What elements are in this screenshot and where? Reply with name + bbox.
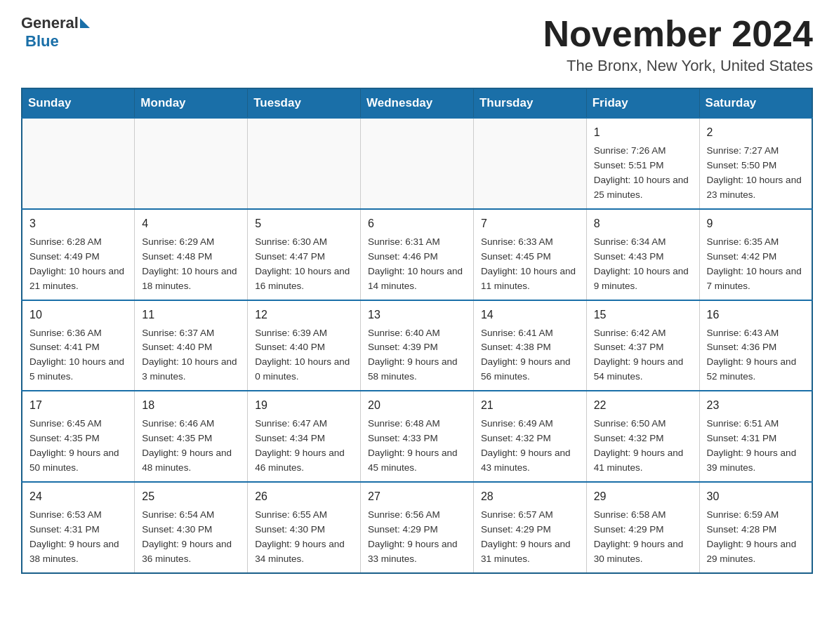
day-number: 30 xyxy=(707,488,805,505)
calendar-cell: 1Sunrise: 7:26 AM Sunset: 5:51 PM Daylig… xyxy=(586,118,699,209)
day-info: Sunrise: 6:29 AM Sunset: 4:48 PM Dayligh… xyxy=(142,235,240,294)
day-number: 1 xyxy=(594,124,692,141)
calendar-cell: 27Sunrise: 6:56 AM Sunset: 4:29 PM Dayli… xyxy=(361,482,474,573)
calendar-cell: 20Sunrise: 6:48 AM Sunset: 4:33 PM Dayli… xyxy=(361,391,474,482)
calendar-cell: 19Sunrise: 6:47 AM Sunset: 4:34 PM Dayli… xyxy=(248,391,361,482)
calendar-day-header: Thursday xyxy=(473,88,586,118)
day-info: Sunrise: 6:48 AM Sunset: 4:33 PM Dayligh… xyxy=(368,417,466,476)
calendar-cell: 12Sunrise: 6:39 AM Sunset: 4:40 PM Dayli… xyxy=(248,300,361,391)
day-number: 12 xyxy=(255,307,353,323)
day-info: Sunrise: 6:42 AM Sunset: 4:37 PM Dayligh… xyxy=(594,326,692,385)
calendar-cell: 7Sunrise: 6:33 AM Sunset: 4:45 PM Daylig… xyxy=(473,209,586,300)
calendar-cell: 17Sunrise: 6:45 AM Sunset: 4:35 PM Dayli… xyxy=(22,391,135,482)
day-number: 2 xyxy=(707,124,805,141)
calendar-cell: 15Sunrise: 6:42 AM Sunset: 4:37 PM Dayli… xyxy=(586,300,699,391)
day-number: 4 xyxy=(142,215,240,232)
logo-blue-text: Blue xyxy=(25,32,59,50)
logo-arrow-icon xyxy=(80,18,90,28)
day-number: 13 xyxy=(368,307,466,323)
calendar-day-header: Friday xyxy=(586,88,699,118)
day-info: Sunrise: 6:51 AM Sunset: 4:31 PM Dayligh… xyxy=(707,417,805,476)
day-number: 21 xyxy=(481,397,579,414)
calendar-cell: 26Sunrise: 6:55 AM Sunset: 4:30 PM Dayli… xyxy=(248,482,361,573)
day-info: Sunrise: 6:28 AM Sunset: 4:49 PM Dayligh… xyxy=(29,235,127,294)
calendar-week-row: 24Sunrise: 6:53 AM Sunset: 4:31 PM Dayli… xyxy=(22,482,812,573)
location-subtitle: The Bronx, New York, United States xyxy=(543,57,813,75)
day-number: 14 xyxy=(481,307,579,323)
day-number: 25 xyxy=(142,488,240,505)
calendar-cell: 18Sunrise: 6:46 AM Sunset: 4:35 PM Dayli… xyxy=(135,391,248,482)
day-info: Sunrise: 7:27 AM Sunset: 5:50 PM Dayligh… xyxy=(707,144,805,203)
day-info: Sunrise: 6:46 AM Sunset: 4:35 PM Dayligh… xyxy=(142,417,240,476)
day-info: Sunrise: 6:34 AM Sunset: 4:43 PM Dayligh… xyxy=(594,235,692,294)
day-number: 17 xyxy=(29,397,127,414)
calendar-cell: 10Sunrise: 6:36 AM Sunset: 4:41 PM Dayli… xyxy=(22,300,135,391)
day-info: Sunrise: 6:30 AM Sunset: 4:47 PM Dayligh… xyxy=(255,235,353,294)
calendar-week-row: 3Sunrise: 6:28 AM Sunset: 4:49 PM Daylig… xyxy=(22,209,812,300)
day-info: Sunrise: 6:41 AM Sunset: 4:38 PM Dayligh… xyxy=(481,326,579,385)
day-number: 10 xyxy=(29,307,127,323)
calendar-cell: 22Sunrise: 6:50 AM Sunset: 4:32 PM Dayli… xyxy=(586,391,699,482)
calendar-cell: 5Sunrise: 6:30 AM Sunset: 4:47 PM Daylig… xyxy=(248,209,361,300)
calendar-cell xyxy=(135,118,248,209)
day-number: 5 xyxy=(255,215,353,232)
day-number: 18 xyxy=(142,397,240,414)
day-number: 16 xyxy=(707,307,805,323)
day-info: Sunrise: 7:26 AM Sunset: 5:51 PM Dayligh… xyxy=(594,144,692,203)
calendar-cell: 28Sunrise: 6:57 AM Sunset: 4:29 PM Dayli… xyxy=(473,482,586,573)
logo: General Blue xyxy=(21,14,91,51)
calendar-cell: 25Sunrise: 6:54 AM Sunset: 4:30 PM Dayli… xyxy=(135,482,248,573)
calendar-table: SundayMondayTuesdayWednesdayThursdayFrid… xyxy=(21,88,813,573)
calendar-cell: 4Sunrise: 6:29 AM Sunset: 4:48 PM Daylig… xyxy=(135,209,248,300)
calendar-cell xyxy=(473,118,586,209)
calendar-cell: 23Sunrise: 6:51 AM Sunset: 4:31 PM Dayli… xyxy=(699,391,812,482)
day-info: Sunrise: 6:37 AM Sunset: 4:40 PM Dayligh… xyxy=(142,326,240,385)
day-info: Sunrise: 6:45 AM Sunset: 4:35 PM Dayligh… xyxy=(29,417,127,476)
day-info: Sunrise: 6:57 AM Sunset: 4:29 PM Dayligh… xyxy=(481,508,579,567)
day-number: 19 xyxy=(255,397,353,414)
day-number: 6 xyxy=(368,215,466,232)
calendar-cell: 11Sunrise: 6:37 AM Sunset: 4:40 PM Dayli… xyxy=(135,300,248,391)
calendar-day-header: Tuesday xyxy=(248,88,361,118)
day-number: 3 xyxy=(29,215,127,232)
calendar-cell: 14Sunrise: 6:41 AM Sunset: 4:38 PM Dayli… xyxy=(473,300,586,391)
calendar-cell: 30Sunrise: 6:59 AM Sunset: 4:28 PM Dayli… xyxy=(699,482,812,573)
day-info: Sunrise: 6:43 AM Sunset: 4:36 PM Dayligh… xyxy=(707,326,805,385)
day-number: 11 xyxy=(142,307,240,323)
title-section: November 2024 The Bronx, New York, Unite… xyxy=(543,14,813,75)
calendar-cell: 13Sunrise: 6:40 AM Sunset: 4:39 PM Dayli… xyxy=(361,300,474,391)
calendar-day-header: Sunday xyxy=(22,88,135,118)
day-info: Sunrise: 6:31 AM Sunset: 4:46 PM Dayligh… xyxy=(368,235,466,294)
day-info: Sunrise: 6:47 AM Sunset: 4:34 PM Dayligh… xyxy=(255,417,353,476)
calendar-cell: 21Sunrise: 6:49 AM Sunset: 4:32 PM Dayli… xyxy=(473,391,586,482)
day-number: 15 xyxy=(594,307,692,323)
calendar-cell xyxy=(361,118,474,209)
calendar-day-header: Monday xyxy=(135,88,248,118)
day-info: Sunrise: 6:36 AM Sunset: 4:41 PM Dayligh… xyxy=(29,326,127,385)
calendar-cell xyxy=(22,118,135,209)
calendar-cell: 29Sunrise: 6:58 AM Sunset: 4:29 PM Dayli… xyxy=(586,482,699,573)
day-number: 7 xyxy=(481,215,579,232)
day-number: 26 xyxy=(255,488,353,505)
page-header: General Blue November 2024 The Bronx, Ne… xyxy=(21,14,813,75)
day-info: Sunrise: 6:35 AM Sunset: 4:42 PM Dayligh… xyxy=(707,235,805,294)
day-number: 20 xyxy=(368,397,466,414)
day-number: 29 xyxy=(594,488,692,505)
calendar-cell: 6Sunrise: 6:31 AM Sunset: 4:46 PM Daylig… xyxy=(361,209,474,300)
calendar-day-header: Wednesday xyxy=(361,88,474,118)
day-info: Sunrise: 6:33 AM Sunset: 4:45 PM Dayligh… xyxy=(481,235,579,294)
day-number: 28 xyxy=(481,488,579,505)
day-number: 9 xyxy=(707,215,805,232)
calendar-header-row: SundayMondayTuesdayWednesdayThursdayFrid… xyxy=(22,88,812,118)
calendar-day-header: Saturday xyxy=(699,88,812,118)
day-info: Sunrise: 6:50 AM Sunset: 4:32 PM Dayligh… xyxy=(594,417,692,476)
day-info: Sunrise: 6:56 AM Sunset: 4:29 PM Dayligh… xyxy=(368,508,466,567)
calendar-week-row: 1Sunrise: 7:26 AM Sunset: 5:51 PM Daylig… xyxy=(22,118,812,209)
day-info: Sunrise: 6:59 AM Sunset: 4:28 PM Dayligh… xyxy=(707,508,805,567)
day-info: Sunrise: 6:49 AM Sunset: 4:32 PM Dayligh… xyxy=(481,417,579,476)
calendar-cell: 9Sunrise: 6:35 AM Sunset: 4:42 PM Daylig… xyxy=(699,209,812,300)
logo-general-text: General xyxy=(21,14,79,32)
calendar-cell: 24Sunrise: 6:53 AM Sunset: 4:31 PM Dayli… xyxy=(22,482,135,573)
calendar-cell: 3Sunrise: 6:28 AM Sunset: 4:49 PM Daylig… xyxy=(22,209,135,300)
day-info: Sunrise: 6:55 AM Sunset: 4:30 PM Dayligh… xyxy=(255,508,353,567)
